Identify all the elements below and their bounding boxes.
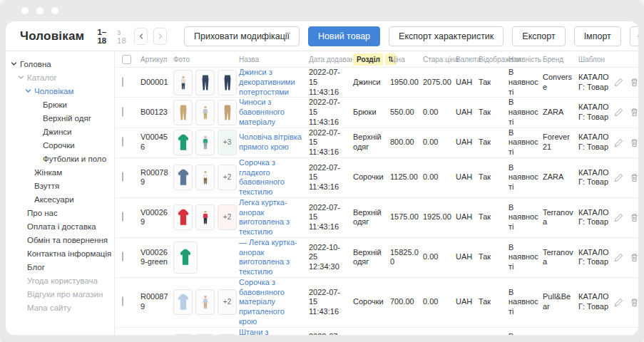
- product-photo-thumbnail[interactable]: [218, 100, 237, 125]
- hide-modifications-button[interactable]: Приховати модифікації: [184, 26, 300, 46]
- sidebar-item[interactable]: Обмін та повернення: [6, 233, 114, 247]
- product-photo-thumbnail[interactable]: [173, 130, 193, 155]
- sidebar-item[interactable]: Футболки и поло: [6, 152, 114, 165]
- sidebar-item[interactable]: Взуття: [6, 179, 114, 192]
- sidebar-item[interactable]: Верхній одяг: [6, 111, 114, 125]
- more-photos-badge[interactable]: +2: [218, 334, 237, 335]
- product-photo-thumbnail[interactable]: [195, 130, 215, 155]
- sidebar-item[interactable]: Відгуки про магазин: [6, 287, 114, 301]
- more-photos-badge[interactable]: +3: [218, 130, 237, 155]
- sidebar-item[interactable]: Чоловікам: [6, 84, 114, 98]
- sidebar-item[interactable]: Мапа сайту: [6, 301, 114, 314]
- product-photo-thumbnail[interactable]: [173, 334, 193, 335]
- product-photo-thumbnail[interactable]: [195, 334, 215, 335]
- product-name-link[interactable]: Сорочка з бавовняного матеріалу притален…: [239, 278, 309, 327]
- product-name-link[interactable]: Сорочка з гладкого бавовняного текстилю: [239, 158, 309, 197]
- delete-button[interactable]: [630, 298, 638, 307]
- more-photos-badge[interactable]: +2: [218, 204, 237, 230]
- delete-button[interactable]: [630, 173, 638, 182]
- edit-button[interactable]: [614, 138, 623, 147]
- edit-button[interactable]: [614, 78, 623, 87]
- delete-button[interactable]: [630, 78, 638, 87]
- sidebar-item[interactable]: Сорочки: [6, 138, 114, 152]
- row-checkbox[interactable]: [122, 172, 123, 182]
- product-photo-thumbnail[interactable]: [173, 70, 193, 95]
- edit-button[interactable]: [614, 253, 623, 262]
- header-display[interactable]: Відображати: [479, 56, 508, 63]
- sidebar-item[interactable]: Аксесуари: [6, 192, 114, 206]
- product-photo-thumbnail[interactable]: [195, 70, 215, 95]
- header-date[interactable]: Дата додавання: [309, 56, 353, 63]
- product-photo-thumbnail[interactable]: [173, 242, 198, 274]
- photo-cell[interactable]: [173, 100, 239, 125]
- header-template[interactable]: Шаблон: [578, 56, 614, 63]
- window-dot[interactable]: [21, 7, 29, 14]
- more-actions-button[interactable]: ···: [630, 26, 638, 46]
- sidebar-item[interactable]: Оплата і доставка: [6, 219, 114, 233]
- header-select-all[interactable]: [122, 55, 140, 64]
- edit-button[interactable]: [614, 213, 623, 222]
- sidebar-item[interactable]: Головна: [6, 57, 114, 71]
- product-photo-thumbnail[interactable]: [195, 204, 215, 230]
- product-name-link[interactable]: — Легка куртка-анорак виготовлена з текс…: [239, 238, 309, 277]
- row-checkbox[interactable]: [122, 107, 123, 117]
- select-all-checkbox[interactable]: [122, 55, 131, 64]
- more-photos-badge[interactable]: +2: [218, 289, 237, 315]
- sidebar-item[interactable]: Про нас: [6, 206, 114, 219]
- header-category-sorted[interactable]: Розділ: [353, 53, 390, 66]
- import-button[interactable]: Імпорт: [574, 26, 621, 46]
- header-category-label[interactable]: Розділ: [353, 53, 383, 66]
- product-name-link[interactable]: Легка куртка-анорак виготовлена з тексти…: [239, 198, 309, 237]
- row-checkbox[interactable]: [122, 137, 123, 147]
- product-name-link[interactable]: Джинси з декоративними потертостями: [239, 68, 309, 97]
- product-name-link[interactable]: Чоловіча вітрівка прямого крою: [239, 133, 309, 152]
- export-characteristics-button[interactable]: Експорт характеристик: [389, 26, 504, 46]
- photo-cell[interactable]: +2: [173, 334, 239, 335]
- sidebar-item[interactable]: Угода користувача: [6, 274, 114, 287]
- export-button[interactable]: Експорт: [512, 26, 565, 46]
- row-checkbox[interactable]: [122, 252, 123, 261]
- product-photo-thumbnail[interactable]: [195, 289, 215, 315]
- photo-cell[interactable]: +2: [173, 165, 239, 190]
- edit-button[interactable]: [614, 108, 623, 117]
- edit-button[interactable]: [614, 298, 623, 307]
- sidebar-item[interactable]: Контактна інформація: [6, 247, 114, 260]
- product-photo-thumbnail[interactable]: [173, 289, 193, 315]
- product-photo-thumbnail[interactable]: [173, 204, 193, 230]
- header-old-price[interactable]: Стара ціна: [423, 56, 456, 63]
- header-photo[interactable]: Фото: [173, 56, 239, 63]
- photo-cell[interactable]: +2: [173, 289, 239, 315]
- more-photos-badge[interactable]: +2: [218, 165, 237, 190]
- photo-cell[interactable]: +2: [173, 204, 239, 230]
- header-availability[interactable]: Наявність: [508, 56, 543, 63]
- product-name-link[interactable]: Штани з бавовняного матеріалу прямого кр…: [239, 328, 309, 336]
- product-name-link[interactable]: Чиноси з бавовняного матеріалу: [239, 98, 309, 127]
- header-currency[interactable]: Валюта: [456, 56, 479, 63]
- sidebar-item[interactable]: Каталог: [6, 71, 114, 84]
- product-photo-thumbnail[interactable]: [195, 165, 215, 190]
- photo-cell[interactable]: [173, 242, 239, 274]
- window-dot[interactable]: [36, 7, 44, 14]
- product-photo-thumbnail[interactable]: [195, 100, 215, 125]
- header-name[interactable]: Назва: [239, 56, 309, 63]
- product-photo-thumbnail[interactable]: [218, 70, 237, 95]
- row-checkbox[interactable]: [122, 212, 123, 222]
- delete-button[interactable]: [630, 108, 638, 117]
- next-page-button[interactable]: [153, 28, 167, 45]
- delete-button[interactable]: [630, 213, 638, 222]
- row-checkbox[interactable]: [122, 296, 123, 306]
- photo-cell[interactable]: +3: [173, 130, 239, 155]
- header-sku[interactable]: Артикул: [140, 56, 173, 63]
- product-photo-thumbnail[interactable]: [173, 100, 193, 125]
- sidebar-item[interactable]: Джинси: [6, 125, 114, 138]
- delete-button[interactable]: [630, 253, 638, 262]
- window-dot[interactable]: [51, 7, 58, 14]
- photo-cell[interactable]: [173, 70, 239, 95]
- product-photo-thumbnail[interactable]: [173, 165, 193, 190]
- row-checkbox[interactable]: [122, 77, 123, 87]
- new-product-button[interactable]: Новий товар: [308, 26, 380, 46]
- sidebar-item[interactable]: Жінкам: [6, 165, 114, 179]
- header-brand[interactable]: Бренд: [543, 56, 578, 63]
- edit-button[interactable]: [614, 173, 623, 182]
- delete-button[interactable]: [630, 138, 638, 147]
